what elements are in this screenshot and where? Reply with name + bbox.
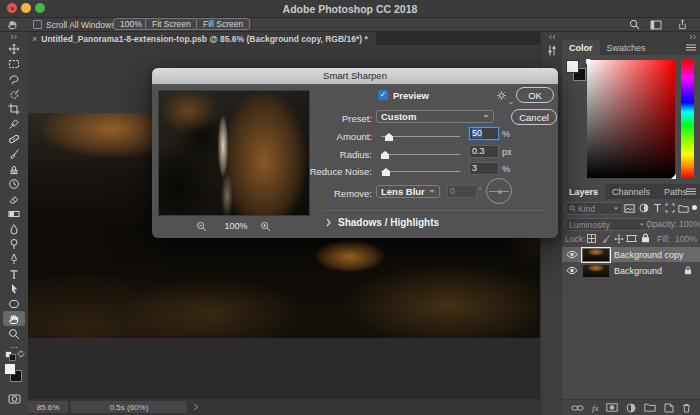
reduce-noise-input[interactable]: 3 [469,162,499,175]
lock-transparency-icon[interactable] [587,234,596,243]
layer-row-background[interactable]: Background [562,263,700,278]
panel-menu-icon[interactable] [686,188,696,195]
link-layers-icon[interactable] [571,404,584,412]
amount-input[interactable]: 50 [469,127,499,140]
new-group-icon[interactable] [644,403,656,412]
status-info-field[interactable]: 0.5s (60%) [71,401,187,413]
zoom-in-icon[interactable] [260,221,271,232]
shape-tool[interactable] [3,296,25,311]
foreground-color-swatch[interactable] [566,60,579,73]
gear-icon[interactable] [496,90,507,101]
collapsed-adjustments-panel-icon[interactable] [541,40,563,57]
tab-swatches[interactable]: Swatches [600,40,653,55]
remove-dropdown[interactable]: Lens Blur [376,185,440,198]
reduce-noise-slider-track[interactable] [381,171,460,172]
history-brush-tool[interactable] [3,176,25,191]
tab-layers[interactable]: Layers [562,184,605,199]
layer-filter-kind-dropdown[interactable]: Kind [565,202,623,215]
new-adjustment-layer-icon[interactable] [626,403,636,413]
tab-color[interactable]: Color [562,40,600,55]
workspace-selector-icon[interactable] [650,20,662,30]
scroll-all-windows-checkbox[interactable] [33,20,42,29]
panel-menu-icon[interactable] [686,44,696,51]
color-saturation-brightness-field[interactable] [587,60,675,178]
shape-filter-icon[interactable] [665,203,675,213]
layer-filter-toggle[interactable] [692,205,697,210]
delete-layer-icon[interactable] [682,403,691,413]
close-tab-icon[interactable]: × [32,34,37,44]
healing-brush-tool[interactable] [3,131,25,146]
smart-object-filter-icon[interactable] [678,204,689,213]
layer-style-fx-icon[interactable]: fx [592,403,599,413]
tab-channels[interactable]: Channels [605,184,657,199]
collapse-panels-icon[interactable] [689,34,697,40]
share-icon[interactable] [677,19,688,30]
zoom-out-icon[interactable] [196,221,207,232]
eraser-tool[interactable] [3,191,25,206]
search-icon[interactable] [629,19,640,30]
radius-input[interactable]: 0.3 [469,145,499,158]
fit-screen-button[interactable]: Fit Screen [145,18,198,30]
clone-stamp-tool[interactable] [3,161,25,176]
pixel-layer-filter-icon[interactable] [624,204,635,213]
gradient-tool[interactable] [3,206,25,221]
preview-zoom-level[interactable]: 100% [220,221,252,231]
new-layer-icon[interactable] [664,403,674,413]
default-colors-icon[interactable] [0,349,28,361]
dodge-tool[interactable] [3,236,25,251]
blur-tool[interactable] [3,221,25,236]
brush-tool[interactable] [3,146,25,161]
crop-tool[interactable] [3,101,25,116]
type-tool[interactable] [3,266,25,281]
layer-row-background-copy[interactable]: Background copy [562,247,700,262]
fill-field[interactable]: 100% [672,233,700,244]
amount-slider-thumb[interactable] [385,133,393,141]
preset-dropdown[interactable]: Custom [376,110,494,123]
zoom-level-field[interactable]: 85.6% [28,401,68,413]
status-menu-chevron-icon[interactable] [193,403,199,411]
shadows-highlights-disclosure[interactable]: Shadows / Highlights [326,217,439,228]
dialog-title-bar[interactable]: Smart Sharpen [152,68,558,84]
collapse-tools-icon[interactable] [0,32,28,41]
cancel-button[interactable]: Cancel [511,109,557,125]
foreground-color-swatch[interactable] [4,363,16,375]
move-tool[interactable] [3,41,25,56]
fill-screen-button[interactable]: Fill Screen [196,18,250,30]
radius-slider-track[interactable] [381,154,460,155]
zoom-tool[interactable] [3,326,25,341]
add-layer-mask-icon[interactable] [606,403,618,412]
reduce-noise-slider-thumb[interactable] [382,168,390,176]
lock-position-icon[interactable] [614,234,624,244]
expand-panels-icon[interactable] [541,32,563,40]
lock-all-icon[interactable] [641,233,650,243]
pen-tool[interactable] [3,251,25,266]
zoom-100-button[interactable]: 100% [113,18,149,30]
marquee-tool[interactable] [3,56,25,71]
adjustment-filter-icon[interactable] [639,203,649,213]
layer-name[interactable]: Background copy [614,250,684,260]
ok-button[interactable]: OK [516,87,554,103]
quick-selection-tool[interactable] [3,86,25,101]
preview-checkbox[interactable]: ✓ [378,90,388,100]
radius-slider-thumb[interactable] [381,151,389,159]
blend-mode-dropdown[interactable]: Luminosity [565,218,649,231]
quick-mask-mode-button[interactable] [3,391,25,406]
layer-visibility-eye-icon[interactable] [566,250,578,259]
lock-image-icon[interactable] [601,234,611,244]
layer-thumbnail[interactable] [583,249,609,261]
eyedropper-tool[interactable] [3,116,25,131]
lock-artboard-icon[interactable] [626,234,637,243]
layer-name[interactable]: Background [614,266,662,276]
document-tab[interactable]: × Untitled_Panorama1-8-extension-top.psb… [28,32,376,45]
layer-visibility-eye-icon[interactable] [566,266,578,275]
opacity-field[interactable]: 100% [676,218,700,229]
edit-toolbar-button[interactable]: … [0,341,28,349]
swap-colors-icon[interactable] [17,350,25,358]
path-selection-tool[interactable] [3,281,25,296]
status-bar: 85.6% 0.5s (60%) [28,399,540,415]
hue-strip[interactable] [681,60,694,178]
lasso-tool[interactable] [3,71,25,86]
type-filter-icon[interactable] [653,203,662,213]
hand-tool[interactable] [3,311,25,326]
layer-thumbnail[interactable] [583,265,609,277]
